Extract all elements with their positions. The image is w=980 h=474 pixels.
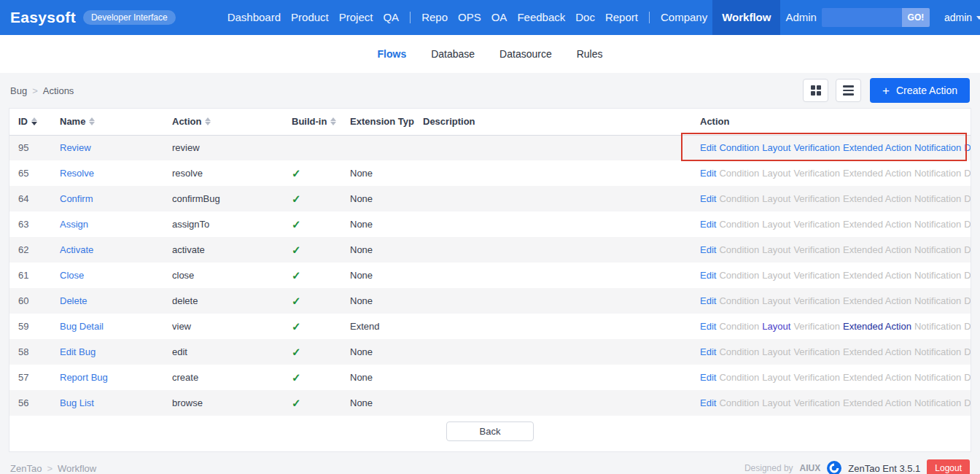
subnav-tab-rules[interactable]: Rules — [575, 45, 604, 63]
cell-row-actions: EditConditionLayoutVerificationExtended … — [691, 339, 971, 365]
cell-built-in: ✓ — [283, 339, 341, 365]
row-action-link-edit[interactable]: Edit — [700, 244, 716, 255]
cell-built-in: ✓ — [283, 390, 341, 416]
nav-item-repo[interactable]: Repo — [416, 0, 453, 35]
action-name-link[interactable]: Resolve — [60, 168, 94, 179]
column-header-build-in[interactable]: Build-in — [283, 109, 341, 135]
row-action-link-edit[interactable]: Edit — [700, 372, 716, 383]
nav-item-dashboard[interactable]: Dashboard — [222, 0, 286, 35]
row-action-link-delete[interactable]: Delete — [964, 142, 971, 153]
actions-table: IDNameActionBuild-inExtension TypeDescri… — [9, 109, 971, 416]
nav-item-oa[interactable]: OA — [486, 0, 513, 35]
action-name-link[interactable]: Bug Detail — [60, 321, 104, 332]
row-action-link-notification: Notification — [914, 397, 961, 408]
action-name-link[interactable]: Confirm — [60, 193, 93, 204]
nav-item-feedback[interactable]: Feedback — [512, 0, 570, 35]
column-header-action[interactable]: Action — [163, 109, 283, 135]
column-header-name[interactable]: Name — [51, 109, 163, 135]
action-name-link[interactable]: Close — [60, 270, 84, 281]
cell-action-code: resolve — [163, 160, 283, 186]
nav-item-admin[interactable]: Admin — [780, 0, 822, 35]
row-action-link-extended-action[interactable]: Extended Action — [843, 142, 911, 153]
sort-icon — [330, 117, 336, 125]
subnav-tab-database[interactable]: Database — [429, 45, 476, 63]
action-name-link[interactable]: Report Bug — [60, 372, 108, 383]
search-go-button[interactable]: GO! — [902, 8, 930, 27]
action-name-link[interactable]: Edit Bug — [60, 346, 96, 357]
row-action-link-delete: Delete — [964, 244, 971, 255]
row-action-link-delete: Delete — [964, 270, 971, 281]
row-action-link-extended-action[interactable]: Extended Action — [843, 321, 911, 332]
row-action-link-extended-action: Extended Action — [843, 244, 911, 255]
cell-row-actions: EditConditionLayoutVerificationExtended … — [691, 237, 971, 263]
list-view-button[interactable] — [836, 79, 861, 102]
row-action-link-edit[interactable]: Edit — [700, 295, 716, 306]
footer-breadcrumb-page[interactable]: Workflow — [58, 463, 96, 474]
row-action-link-notification: Notification — [914, 168, 961, 179]
row-action-link-layout: Layout — [762, 270, 790, 281]
row-action-link-layout: Layout — [762, 346, 790, 357]
row-action-link-layout: Layout — [762, 397, 790, 408]
breadcrumb-module[interactable]: Bug — [10, 85, 27, 96]
cell-built-in: ✓ — [283, 186, 341, 211]
row-action-link-edit[interactable]: Edit — [700, 168, 716, 179]
column-header-id[interactable]: ID — [9, 109, 51, 135]
nav-item-report[interactable]: Report — [600, 0, 643, 35]
row-action-link-edit[interactable]: Edit — [700, 219, 716, 230]
back-button[interactable]: Back — [446, 421, 534, 441]
nav-item-doc[interactable]: Doc — [570, 0, 600, 35]
row-action-link-edit[interactable]: Edit — [700, 270, 716, 281]
logout-button[interactable]: Logout — [927, 459, 970, 474]
footer-breadcrumb-app[interactable]: ZenTao — [10, 463, 42, 474]
footer: ZenTao > Workflow Designed by AIUX ZenTa… — [0, 456, 980, 474]
row-action-link-delete: Delete — [964, 397, 971, 408]
action-name-link[interactable]: Delete — [60, 295, 88, 306]
table-row-56: 56Bug Listbrowse✓NoneEditConditionLayout… — [9, 390, 971, 416]
action-name-link[interactable]: Bug List — [60, 397, 94, 408]
row-action-link-layout[interactable]: Layout — [762, 142, 790, 153]
cell-action-code: confirmBug — [163, 186, 283, 211]
cell-action-code: assignTo — [163, 211, 283, 237]
nav-item-project[interactable]: Project — [334, 0, 378, 35]
row-action-link-notification[interactable]: Notification — [914, 142, 961, 153]
row-action-link-condition[interactable]: Condition — [719, 142, 759, 153]
column-label: Name — [60, 116, 85, 127]
cell-extension-type: None — [341, 186, 414, 211]
row-action-link-edit[interactable]: Edit — [700, 321, 716, 332]
row-action-link-edit[interactable]: Edit — [700, 193, 716, 204]
cell-action-code: delete — [163, 288, 283, 314]
search-input[interactable] — [822, 8, 902, 27]
row-action-link-delete: Delete — [964, 321, 971, 332]
cell-action-code: create — [163, 365, 283, 390]
subnav-tab-datasource[interactable]: Datasource — [498, 45, 553, 63]
nav-item-product[interactable]: Product — [286, 0, 334, 35]
nav-item-company[interactable]: Company — [656, 0, 712, 35]
breadcrumb: Bug > Actions — [10, 85, 74, 96]
table-row-63: 63AssignassignTo✓NoneEditConditionLayout… — [9, 211, 971, 237]
nav-item-ops[interactable]: OPS — [453, 0, 486, 35]
row-action-link-edit[interactable]: Edit — [700, 346, 716, 357]
table-row-57: 57Report Bugcreate✓NoneEditConditionLayo… — [9, 365, 971, 390]
action-name-link[interactable]: Review — [60, 142, 91, 153]
row-action-link-edit[interactable]: Edit — [700, 397, 716, 408]
top-navbar: Easysoft Developer Interface DashboardPr… — [0, 0, 980, 35]
row-action-link-layout[interactable]: Layout — [762, 321, 790, 332]
brand-logo[interactable]: Easysoft — [10, 9, 76, 26]
row-action-link-condition: Condition — [719, 372, 759, 383]
action-name-link[interactable]: Assign — [60, 219, 88, 230]
nav-item-workflow[interactable]: Workflow — [712, 0, 780, 35]
row-action-link-delete: Delete — [964, 168, 971, 179]
row-action-link-notification: Notification — [914, 244, 961, 255]
user-menu[interactable]: admin — [944, 12, 980, 23]
grid-view-button[interactable] — [803, 79, 828, 102]
nav-item-qa[interactable]: QA — [378, 0, 404, 35]
subnav-tab-flows[interactable]: Flows — [376, 45, 408, 63]
table-row-61: 61Closeclose✓NoneEditConditionLayoutVeri… — [9, 263, 971, 288]
create-action-button[interactable]: + Create Action — [870, 78, 970, 103]
cell-built-in: ✓ — [283, 288, 341, 314]
row-action-link-edit[interactable]: Edit — [700, 142, 716, 153]
row-action-link-verification[interactable]: Verification — [793, 142, 840, 153]
action-name-link[interactable]: Activate — [60, 244, 93, 255]
column-header-action: Action — [691, 109, 971, 135]
cell-name: Delete — [51, 288, 163, 314]
